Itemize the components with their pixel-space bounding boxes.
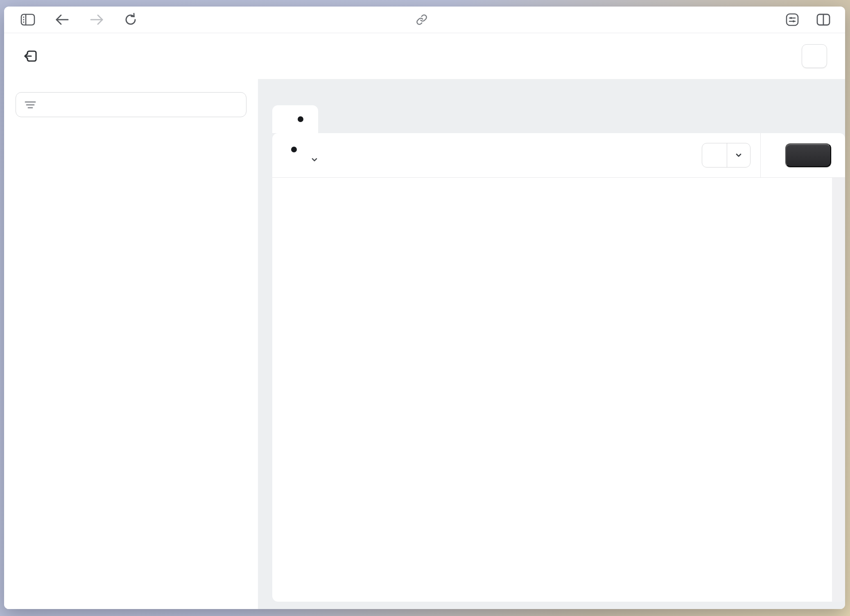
format-liquid-label (702, 143, 727, 167)
recent-changes-dot (291, 147, 297, 152)
editor-toolbar (272, 133, 845, 178)
chevron-down-icon (310, 155, 319, 164)
code-editor[interactable] (272, 178, 845, 602)
file-sidebar (4, 79, 258, 609)
forward-button-icon[interactable] (89, 14, 104, 26)
save-button[interactable] (785, 143, 831, 167)
chevron-down-icon (734, 150, 744, 160)
editor-card (272, 133, 845, 602)
exit-editor-icon[interactable] (22, 48, 38, 64)
split-view-icon[interactable] (816, 14, 830, 26)
content-area (4, 79, 845, 609)
format-liquid-caret[interactable] (727, 143, 750, 167)
browser-sidebar-toggle-icon[interactable] (20, 14, 35, 26)
editor-main (258, 79, 845, 609)
tab-theme-liquid[interactable] (272, 105, 318, 133)
format-liquid-button[interactable] (702, 143, 751, 168)
save-zone (760, 133, 845, 177)
browser-toolbar (4, 7, 845, 33)
link-icon (416, 14, 427, 25)
version-dropdown[interactable] (304, 155, 319, 164)
search-input[interactable] (44, 97, 238, 112)
page-settings-icon[interactable] (785, 13, 799, 27)
reload-icon[interactable] (124, 13, 138, 27)
editor-scrollbar-track[interactable] (832, 178, 845, 602)
desktop (0, 0, 850, 616)
file-search[interactable] (16, 92, 246, 117)
back-button-icon[interactable] (55, 14, 70, 26)
app-header (4, 33, 845, 79)
filter-icon (24, 100, 36, 110)
unsaved-dot (298, 116, 303, 122)
browser-window (4, 7, 845, 609)
preview-store-button[interactable] (802, 44, 827, 68)
